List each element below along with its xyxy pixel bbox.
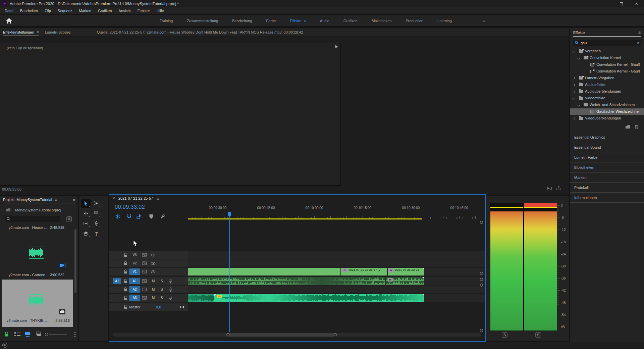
menu-item-ansicht[interactable]: Ansicht xyxy=(115,7,134,14)
effects-tree-item[interactable]: Vorgaben xyxy=(570,48,644,55)
mute-button[interactable]: M xyxy=(152,286,155,293)
track-resize-handle[interactable] xyxy=(480,272,483,275)
close-panel-icon[interactable]: × xyxy=(113,196,115,201)
play-audio-only-button[interactable] xyxy=(547,186,553,191)
effects-tree-item[interactable]: Lumetri-Vorgaben xyxy=(570,75,644,82)
creative-cloud-icon[interactable] xyxy=(2,343,7,348)
solo-button[interactable]: S xyxy=(161,295,163,301)
voiceover-mic-icon[interactable] xyxy=(169,278,172,284)
lock-icon[interactable] xyxy=(124,286,127,293)
snap-magnet-icon[interactable] xyxy=(126,214,132,220)
panel-menu-icon[interactable]: ≡ xyxy=(54,197,57,202)
workspace-overflow-icon[interactable]: » xyxy=(483,18,485,23)
menu-item-sequenz[interactable]: Sequenz xyxy=(54,7,75,14)
lock-icon[interactable] xyxy=(124,260,127,266)
chevron-down-icon[interactable] xyxy=(577,104,580,106)
chevron-right-icon[interactable] xyxy=(573,117,575,120)
bowtie-keyframe-icon[interactable] xyxy=(179,304,184,310)
chevron-right-icon[interactable] xyxy=(573,77,575,80)
h-scroll-thumb[interactable] xyxy=(227,333,335,337)
show-timeline-view-button[interactable] xyxy=(335,45,338,48)
workspace-tab-bibliotheken[interactable]: Bibliotheken xyxy=(365,19,399,23)
track-target-v2[interactable]: V2 xyxy=(129,260,140,266)
collapsed-panel-bibliotheken[interactable]: Bibliotheken xyxy=(570,162,644,172)
chevron-right-icon[interactable] xyxy=(573,90,575,93)
sync-lock-icon[interactable] xyxy=(142,260,147,266)
nest-sequence-icon[interactable] xyxy=(115,214,120,220)
collapsed-panel-essential-sound[interactable]: Essential Sound xyxy=(570,142,644,152)
audio-clip[interactable] xyxy=(188,277,386,285)
h-scroll-handle-left[interactable] xyxy=(226,333,229,336)
sync-lock-icon[interactable] xyxy=(142,295,147,301)
workspace-menu-icon[interactable]: ≡ xyxy=(304,19,306,23)
mute-button[interactable]: M xyxy=(152,295,155,301)
chevron-down-icon[interactable] xyxy=(573,97,575,100)
tab-effekteinstellungen[interactable]: Effekteinstellungen ≡ xyxy=(0,28,42,37)
close-button[interactable]: × xyxy=(629,0,644,7)
project-item-name-row[interactable]: y2mate.com - Cartoon … 3:00.532 xyxy=(2,273,73,277)
sync-lock-icon[interactable] xyxy=(142,286,147,293)
project-list-scrollbar[interactable] xyxy=(74,229,76,293)
chevron-down-icon[interactable] xyxy=(573,50,575,53)
clip-indicator-left[interactable] xyxy=(490,203,523,207)
tab-projekt[interactable]: Projekt: MoneySystemTutorial ≡ xyxy=(0,196,78,204)
workspace-tab-training[interactable]: Training xyxy=(153,19,180,23)
workspace-tab-zusammenstellung[interactable]: Zusammenstellung xyxy=(180,19,225,23)
workspace-tab-audio[interactable]: Audio xyxy=(313,19,336,23)
video-clip[interactable] xyxy=(188,268,341,276)
playhead-handle[interactable] xyxy=(228,212,231,216)
v-scroll-handle-bottom[interactable] xyxy=(480,329,483,332)
audio-thumbnail[interactable] xyxy=(29,294,44,306)
panel-menu-icon[interactable]: ≡ xyxy=(157,196,159,201)
h-scroll-handle-right[interactable] xyxy=(334,333,337,336)
timeline-h-scrollbar[interactable] xyxy=(113,333,481,337)
tab-source-monitor[interactable]: Quelle: 2021-07-21 22-25-57: y2mate.com … xyxy=(94,28,306,37)
toggle-track-output-eye-icon[interactable] xyxy=(151,252,156,258)
track-target-a1[interactable]: A1 xyxy=(129,278,140,284)
workspace-tab-effekte[interactable]: Effekte≡ xyxy=(283,19,313,23)
audio-clip[interactable]: fx xyxy=(386,277,424,285)
panel-overflow-icon[interactable]: » xyxy=(73,197,75,202)
lock-icon[interactable] xyxy=(124,304,127,310)
solo-left-button[interactable]: S xyxy=(502,332,507,338)
track-resize-handle[interactable] xyxy=(480,278,483,281)
voiceover-mic-icon[interactable] xyxy=(169,295,172,301)
export-frame-button[interactable] xyxy=(556,186,561,191)
linked-selection-icon[interactable] xyxy=(137,214,142,220)
project-item-name-row[interactable]: y2mate.com - Heuse … 2:48.515 xyxy=(2,226,73,230)
workspace-tab-bearbeitung[interactable]: Bearbeitung xyxy=(225,19,259,23)
icon-view-button[interactable] xyxy=(25,332,30,337)
chevron-down-icon[interactable] xyxy=(577,57,580,59)
track-target-v1[interactable]: V1 xyxy=(129,268,140,275)
hand-tool[interactable] xyxy=(81,229,91,238)
effects-search-box[interactable]: gau × xyxy=(573,40,641,46)
delete-trash-icon[interactable] xyxy=(635,124,639,130)
project-item-selected[interactable]: y2mate.com - THYKIE… 2:55.516 xyxy=(2,280,73,327)
workspace-tab-farbe[interactable]: Farbe xyxy=(259,19,283,23)
tab-effekte[interactable]: Effekte xyxy=(570,28,644,37)
menu-item-datei[interactable]: Datei xyxy=(1,7,17,14)
workspace-tab-grafiken[interactable]: Grafiken xyxy=(336,19,365,23)
menu-item-grafiken[interactable]: Grafiken xyxy=(95,7,115,14)
slip-tool[interactable] xyxy=(81,219,91,228)
menu-item-fenster[interactable]: Fenster xyxy=(134,7,153,14)
video-clip[interactable]: fx 2021-07-21 22-25-57 [V] xyxy=(341,268,387,276)
video-clip[interactable]: fx 2021-07-21 22-25- xyxy=(388,268,424,276)
new-custom-bin-icon[interactable] xyxy=(625,125,631,130)
effects-tree-item[interactable]: Audioeffekte xyxy=(570,82,644,88)
voiceover-mic-icon[interactable] xyxy=(169,286,172,293)
zoom-slider[interactable] xyxy=(45,333,67,336)
workspace-tab-production[interactable]: Production xyxy=(398,19,430,23)
track-target-a3[interactable]: A3 xyxy=(129,295,140,301)
pen-tool[interactable] xyxy=(92,219,101,228)
audio-clip[interactable]: fx xyxy=(214,294,424,302)
solo-right-button[interactable]: S xyxy=(535,332,541,338)
project-search-box[interactable] xyxy=(5,216,60,222)
effects-tree-item[interactable]: Convolution Kernel - Gauß xyxy=(570,68,644,75)
clear-search-icon[interactable]: × xyxy=(637,41,639,45)
mute-button[interactable]: M xyxy=(152,278,155,284)
audio-thumbnail[interactable] xyxy=(29,247,44,259)
navigate-up-icon[interactable] xyxy=(5,208,11,213)
search-in-bin-icon[interactable] xyxy=(66,216,72,222)
effects-tree-item[interactable]: Audioüberblendungen xyxy=(570,88,644,95)
